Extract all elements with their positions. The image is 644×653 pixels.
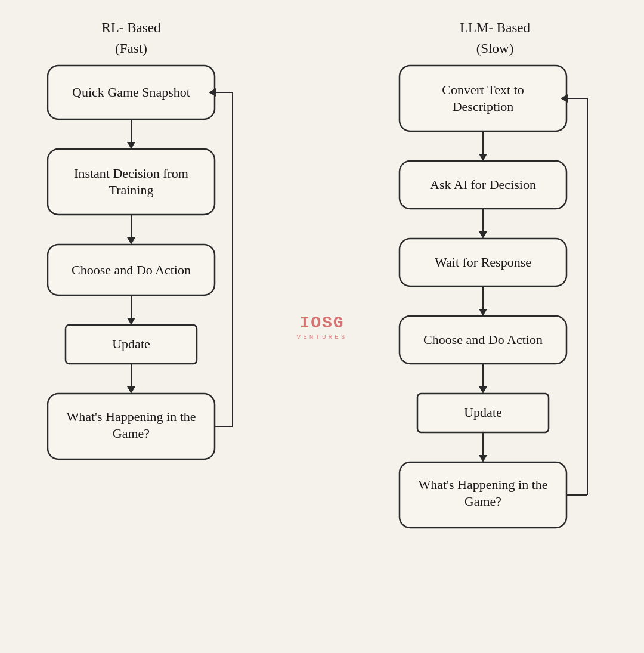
watermark: IOSG VENTURES xyxy=(297,313,348,340)
watermark-main: IOSG xyxy=(297,313,348,332)
right-title: LLM- Based (Slow) xyxy=(460,20,530,56)
page: RL- Based (Fast) Quick Game Snapshot Ins… xyxy=(0,0,644,653)
left-title: RL- Based (Fast) xyxy=(101,20,160,56)
watermark-sub: VENTURES xyxy=(297,333,348,340)
